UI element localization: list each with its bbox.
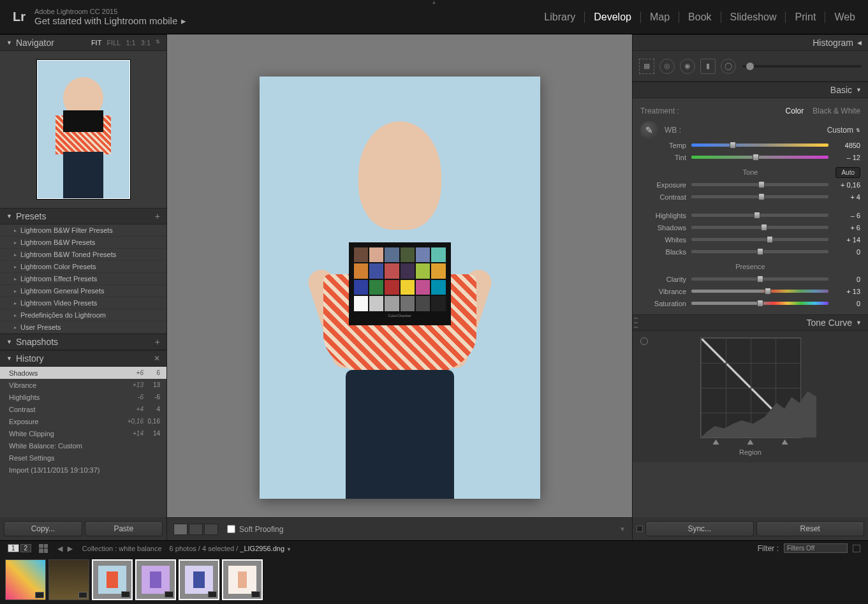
- wb-eyedropper-icon[interactable]: ✎: [640, 121, 658, 139]
- reset-button[interactable]: Reset: [756, 521, 865, 536]
- history-step[interactable]: Reset Settings: [0, 452, 166, 464]
- contrast-slider[interactable]: Contrast+ 4: [640, 191, 860, 203]
- module-tab-book[interactable]: Book: [679, 11, 721, 23]
- history-step[interactable]: Vibrance+1313: [0, 379, 166, 391]
- display-2-button[interactable]: 2: [20, 544, 32, 552]
- treatment-blackwhite[interactable]: Black & White: [813, 107, 860, 115]
- preset-folder[interactable]: Lightroom B&W Presets: [0, 237, 166, 249]
- history-header[interactable]: ▼ History ✕: [0, 350, 166, 367]
- temp-slider[interactable]: Temp 4850: [640, 139, 860, 151]
- panel-grip-icon[interactable]: [634, 318, 638, 328]
- auto-tone-button[interactable]: Auto: [835, 167, 860, 178]
- nav-arrows[interactable]: ◄►: [55, 543, 75, 554]
- preset-folder[interactable]: Lightroom Effect Presets: [0, 273, 166, 285]
- redeye-tool-icon[interactable]: ◉: [680, 59, 695, 74]
- soft-proofing-checkbox[interactable]: [227, 525, 235, 533]
- spot-tool-icon[interactable]: ◎: [659, 59, 675, 74]
- panel-collapse-top-icon[interactable]: ▲: [423, 0, 446, 3]
- secondary-display-buttons[interactable]: 1 2: [8, 544, 31, 552]
- vibrance-slider[interactable]: Vibrance+ 13: [640, 285, 860, 297]
- module-tab-print[interactable]: Print: [786, 11, 825, 23]
- survey-view-icon[interactable]: [204, 524, 218, 535]
- history-step[interactable]: Import (13/11/2015 19:10:37): [0, 464, 166, 476]
- mobile-link[interactable]: Get started with Lightroom mobile▸: [34, 15, 186, 27]
- preset-folder[interactable]: Predefinições do Lightroom: [0, 309, 166, 321]
- filmstrip-thumb[interactable]: [222, 559, 263, 600]
- next-arrow-icon[interactable]: ►: [66, 543, 75, 554]
- highlights-slider[interactable]: Highlights– 6: [640, 209, 860, 221]
- sync-button[interactable]: Sync...: [645, 521, 754, 536]
- history-step[interactable]: White Balance: Custom: [0, 439, 166, 452]
- tint-slider[interactable]: Tint – 12: [640, 151, 860, 163]
- navigator-preview[interactable]: [0, 51, 166, 208]
- target-adjust-icon[interactable]: [640, 337, 648, 345]
- add-snapshot-icon[interactable]: +: [155, 337, 160, 347]
- zoom-3-1[interactable]: 3:1: [141, 39, 151, 47]
- histogram-header[interactable]: Histogram ◀: [633, 34, 868, 51]
- curve-region-handles[interactable]: [700, 439, 801, 445]
- loupe-view-icon[interactable]: [173, 524, 188, 535]
- filter-dropdown[interactable]: Filters Off: [784, 543, 848, 553]
- display-1-button[interactable]: 1: [8, 544, 19, 552]
- updown-icon[interactable]: ⇅: [156, 39, 160, 47]
- navigator-header[interactable]: ▼ Navigator FITFILL1:13:1⇅: [0, 34, 166, 51]
- module-tab-develop[interactable]: Develop: [585, 11, 641, 23]
- filmstrip-thumb[interactable]: [179, 559, 219, 600]
- soft-proofing-toggle[interactable]: Soft Proofing: [227, 525, 283, 534]
- history-step[interactable]: Highlights-6-6: [0, 391, 166, 403]
- snapshots-header[interactable]: ▼ Snapshots +: [0, 334, 166, 350]
- blacks-slider[interactable]: Blacks0: [640, 246, 860, 258]
- preset-folder[interactable]: Lightroom Color Presets: [0, 261, 166, 273]
- basic-header[interactable]: Basic ▼: [633, 82, 868, 98]
- filmstrip-thumb[interactable]: [135, 559, 176, 600]
- current-filename[interactable]: _LIG2956.dng: [240, 545, 284, 552]
- history-step[interactable]: White Clipping+1414: [0, 427, 166, 439]
- zoom-fit[interactable]: FIT: [91, 39, 102, 47]
- collection-path[interactable]: Collection : white balance: [82, 545, 162, 552]
- wb-dropdown[interactable]: Custom⇅: [827, 126, 860, 135]
- filmstrip[interactable]: [0, 556, 868, 604]
- grid-view-icon[interactable]: [39, 544, 48, 553]
- radial-filter-icon[interactable]: ◯: [721, 59, 736, 74]
- tonecurve-header[interactable]: Tone Curve ▼: [633, 314, 868, 331]
- clear-history-icon[interactable]: ✕: [154, 354, 160, 363]
- tone-curve-graph[interactable]: [700, 337, 801, 438]
- module-tab-web[interactable]: Web: [825, 11, 855, 23]
- view-mode-icons[interactable]: [173, 524, 218, 535]
- module-tab-library[interactable]: Library: [535, 11, 585, 23]
- preset-folder[interactable]: User Presets: [0, 321, 166, 334]
- panel-switch-icon[interactable]: [636, 526, 643, 532]
- filmstrip-thumb[interactable]: [92, 559, 133, 600]
- paste-button[interactable]: Paste: [85, 521, 163, 536]
- presets-header[interactable]: ▼ Presets +: [0, 208, 166, 225]
- zoom-1-1[interactable]: 1:1: [126, 39, 135, 47]
- toolbar-collapse-icon[interactable]: ▼: [619, 526, 626, 533]
- filmstrip-thumb[interactable]: [5, 559, 46, 600]
- saturation-slider[interactable]: Saturation0: [640, 297, 860, 309]
- compare-view-icon[interactable]: [189, 524, 203, 535]
- history-step[interactable]: Shadows+66: [0, 367, 166, 379]
- history-step[interactable]: Exposure+0,160,16: [0, 415, 166, 427]
- grad-filter-icon[interactable]: ▮: [700, 59, 716, 74]
- brush-size-slider[interactable]: [742, 65, 862, 68]
- add-preset-icon[interactable]: +: [155, 211, 160, 221]
- module-tab-map[interactable]: Map: [641, 11, 679, 23]
- preset-folder[interactable]: Lightroom B&W Toned Presets: [0, 249, 166, 261]
- exposure-slider[interactable]: Exposure+ 0,16: [640, 179, 860, 191]
- prev-arrow-icon[interactable]: ◄: [55, 543, 64, 554]
- whites-slider[interactable]: Whites+ 14: [640, 233, 860, 246]
- treatment-color[interactable]: Color: [786, 107, 804, 115]
- preset-folder[interactable]: Lightroom Video Presets: [0, 297, 166, 309]
- history-step[interactable]: Contrast+44: [0, 403, 166, 415]
- filter-lock-icon[interactable]: [853, 545, 860, 552]
- zoom-fill[interactable]: FILL: [107, 39, 121, 47]
- clarity-slider[interactable]: Clarity0: [640, 273, 860, 285]
- chevron-down-icon[interactable]: ▼: [286, 547, 291, 552]
- preset-folder[interactable]: Lightroom B&W Filter Presets: [0, 225, 166, 237]
- preset-folder[interactable]: Lightroom General Presets: [0, 285, 166, 297]
- module-tab-slideshow[interactable]: Slideshow: [721, 11, 786, 23]
- image-preview[interactable]: ColorChecker: [260, 77, 540, 499]
- shadows-slider[interactable]: Shadows+ 6: [640, 221, 860, 233]
- crop-tool-icon[interactable]: ▦: [639, 59, 654, 74]
- copy-button[interactable]: Copy...: [4, 521, 82, 536]
